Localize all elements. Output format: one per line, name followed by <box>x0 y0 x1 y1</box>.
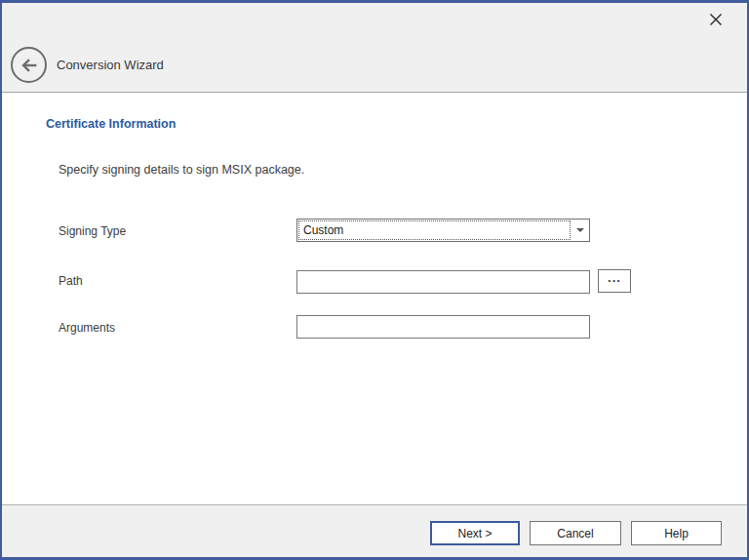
back-button[interactable] <box>11 47 47 83</box>
signing-type-label: Signing Type <box>59 224 126 238</box>
page-description: Specify signing details to sign MSIX pac… <box>59 163 304 177</box>
browse-button[interactable]: ... <box>598 269 631 293</box>
back-arrow-icon <box>19 55 40 76</box>
arguments-input[interactable] <box>296 315 590 339</box>
path-input[interactable] <box>296 270 590 294</box>
close-icon <box>708 12 724 27</box>
path-label: Path <box>59 274 83 288</box>
dialog-body: Conversion Wizard Certificate Informatio… <box>2 3 747 557</box>
wizard-title: Conversion Wizard <box>57 57 164 74</box>
signing-type-combobox[interactable]: Custom <box>296 219 590 242</box>
page-heading: Certificate Information <box>46 117 176 131</box>
help-button[interactable]: Help <box>631 521 722 545</box>
next-button[interactable]: Next > <box>430 521 520 545</box>
signing-type-dropdown-button[interactable] <box>572 220 589 241</box>
wizard-header: Conversion Wizard <box>2 3 747 93</box>
chevron-down-icon <box>576 228 584 232</box>
conversion-wizard-dialog: Conversion Wizard Certificate Informatio… <box>0 0 749 560</box>
button-bar: Next > Cancel Help <box>2 504 747 557</box>
cancel-button[interactable]: Cancel <box>530 521 621 545</box>
arguments-label: Arguments <box>59 321 115 335</box>
close-button[interactable] <box>700 5 731 34</box>
signing-type-value[interactable]: Custom <box>298 220 571 240</box>
ellipsis-icon: ... <box>608 270 621 285</box>
